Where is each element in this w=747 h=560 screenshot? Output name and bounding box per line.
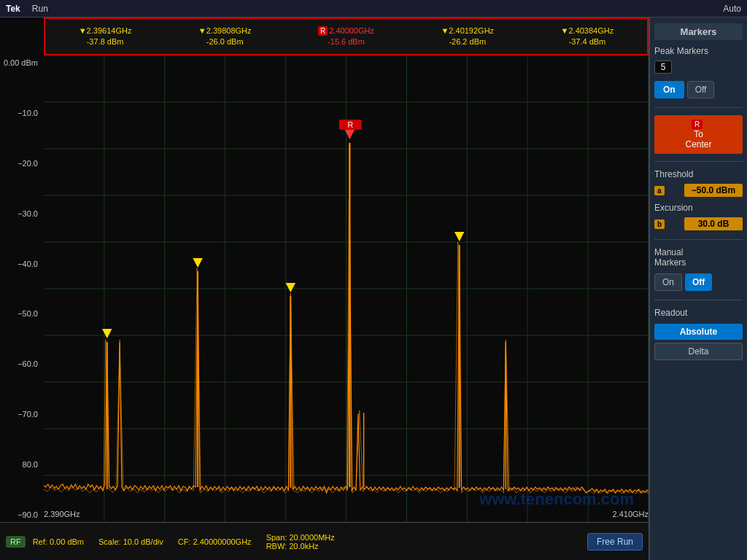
manual-markers-label: ManualMarkers [654,247,743,268]
run-label: Run [32,4,48,14]
svg-marker-29 [193,258,202,268]
top-bar: Tek Run Auto [0,0,747,18]
marker-2: ▼2.39808GHz -26.0 dBm [198,26,252,48]
marker-1-freq: ▼2.39614GHz [79,26,132,36]
y-label-5: −50.0 [3,309,41,318]
status-bar: RF Ref: 0.00 dBm Scale: 10.0 dB/div CF: … [0,522,649,560]
readout-absolute-button[interactable]: Absolute [654,324,743,340]
marker-3-freq: R2.40000GHz [318,26,374,36]
y-label-9: −90.0 [3,510,41,519]
grid-svg: R [44,55,649,522]
svg-marker-28 [102,329,112,338]
readout-label: Readout [654,308,743,318]
threshold-label: Threshold [654,169,743,179]
peak-markers-count-row: 5 [654,61,743,74]
marker-4-freq: ▼2.40192GHz [441,26,494,36]
marker-4: ▼2.40192GHz -26.2 dBm [441,26,494,48]
svg-marker-30 [286,283,295,292]
peak-markers-toggle: On Off [654,81,743,98]
grid-area: R [44,55,649,522]
threshold-value-field[interactable] [684,184,743,197]
marker-1: ▼2.39614GHz -37.8 dBm [79,26,132,48]
y-label-0: 0.00 dBm [3,58,41,67]
scale-display: Scale: 10.0 dB/div [98,537,163,546]
marker-5: ▼2.40384GHz -37.4 dBm [561,26,614,48]
y-label-7: −70.0 [3,410,41,419]
free-run-button[interactable]: Free Run [587,533,643,551]
y-label-4: −40.0 [3,260,41,268]
marker-header: ▼2.39614GHz -37.8 dBm ▼2.39808GHz -26.0 … [44,18,649,55]
to-center-button[interactable]: R ToCenter [654,115,743,154]
manual-markers-toggle: On Off [654,273,743,291]
y-label-6: −60.0 [3,359,41,368]
cf-display: CF: 2.40000000GHz [178,537,252,546]
chart-area: ▼2.39614GHz -37.8 dBm ▼2.39808GHz -26.0 … [0,18,649,560]
y-axis: 0.00 dBm −10.0 −20.0 −30.0 −40.0 −50.0 −… [0,55,44,522]
right-panel: Markers Peak Markers 5 On Off R ToCenter… [649,18,747,560]
x-axis: 2.390GHz 2.410GHz [44,506,649,522]
excursion-label: Excursion [654,203,743,213]
markers-title: Markers [654,23,743,40]
y-label-2: −20.0 [3,159,41,168]
divider-1 [654,107,743,108]
manual-markers-on-button[interactable]: On [654,273,682,291]
marker-2-amp: -26.0 dBm [198,36,252,47]
marker-1-amp: -37.8 dBm [79,36,132,47]
to-center-label: ToCenter [685,129,711,149]
x-label-start: 2.390GHz [44,510,80,518]
marker-3-amp: -15.6 dBm [318,36,374,47]
peak-markers-label: Peak Markers [654,46,743,56]
peak-markers-count: 5 [654,61,672,74]
threshold-row: a [654,184,743,197]
peak-markers-on-button[interactable]: On [654,81,684,98]
divider-2 [654,161,743,162]
ref-display: Ref: 0.00 dBm [33,537,84,546]
excursion-row: b [654,217,743,230]
marker-5-amp: -37.4 dBm [561,36,614,47]
marker-4-amp: -26.2 dBm [441,36,494,47]
marker-5-freq: ▼2.40384GHz [561,26,614,36]
marker-3: R2.40000GHz -15.6 dBm [318,26,374,48]
x-label-end: 2.410GHz [612,510,649,518]
y-label-1: −10.0 [3,109,41,117]
peak-markers-off-button[interactable]: Off [687,81,715,98]
marker-2-freq: ▼2.39808GHz [198,26,252,36]
svg-text:R: R [347,120,353,129]
excursion-b-badge: b [654,219,665,229]
main-layout: ▼2.39614GHz -37.8 dBm ▼2.39808GHz -26.0 … [0,18,747,560]
y-label-8: 80.0 [3,460,41,469]
readout-delta-button[interactable]: Delta [654,343,743,360]
y-label-3: −30.0 [3,209,41,218]
auto-label: Auto [723,4,741,14]
manual-markers-off-button[interactable]: Off [685,273,712,291]
tek-logo: Tek [6,4,20,14]
svg-marker-32 [454,232,464,241]
readout-toggle: Absolute Delta [654,324,743,360]
r-badge: R [692,120,703,129]
span-rbw-display: Span: 20.0000MHz RBW: 20.0kHz [266,533,335,551]
divider-3 [654,239,743,240]
threshold-a-badge: a [654,186,665,195]
rf-badge: RF [6,536,26,548]
excursion-value-field[interactable] [684,217,743,230]
divider-4 [654,300,743,300]
